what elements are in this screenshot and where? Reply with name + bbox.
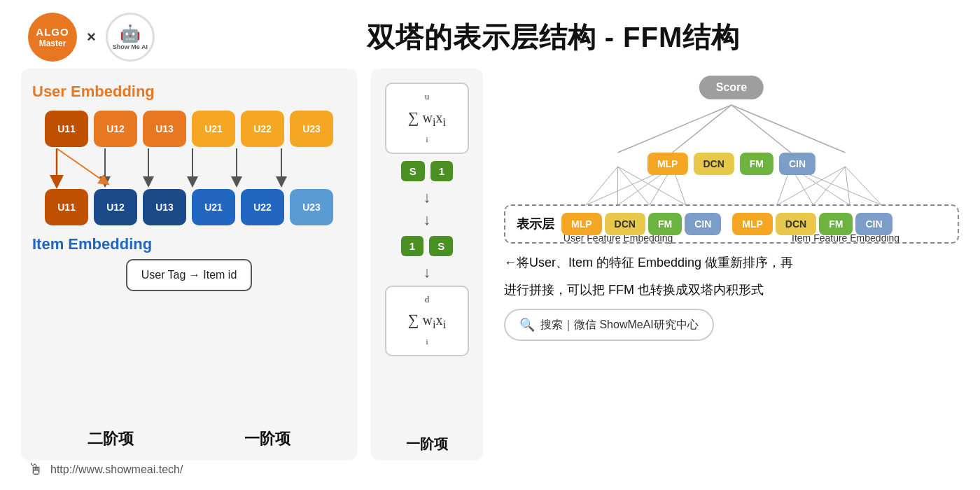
emb-u23-top: U23: [290, 111, 333, 147]
svg-line-12: [732, 105, 791, 153]
right-panel: Score: [497, 69, 959, 461]
green-1-top: 1: [430, 161, 453, 181]
desc-line-2: 进行拼接，可以把 FFM 也转换成双塔内积形式: [504, 279, 959, 301]
page-title: 双塔的表示层结构 - FFM结构: [155, 18, 952, 57]
footer-url: http://www.showmeai.tech/: [50, 463, 183, 476]
mid-arrow-3: ↓: [424, 263, 431, 281]
emb-u12-top: U12: [94, 111, 137, 147]
biaoshi-cin-left: CIN: [685, 213, 721, 235]
biaoshi-fm-left: FM: [648, 213, 682, 235]
svg-line-16: [618, 167, 650, 205]
top-layer-row: MLP DCN FM CIN: [648, 153, 816, 175]
top-cin: CIN: [779, 153, 816, 175]
biaoshi-groups: MLP DCN FM CIN MLP DCN FM CIN: [561, 213, 946, 235]
logo-area: ALGO Master × 🤖 Show Me AI: [28, 13, 155, 62]
search-bar[interactable]: 🔍 搜索｜微信 ShowMeAI研究中心: [504, 309, 714, 341]
emb-u12-bot: U12: [94, 189, 137, 225]
svg-line-11: [673, 105, 732, 153]
biaoshi-section: 表示层 MLP DCN FM CIN MLP DCN: [504, 204, 959, 244]
svg-line-28: [846, 167, 850, 205]
mid-arrow-2: ↓: [424, 211, 431, 229]
search-text: 搜索｜微信 ShowMeAI研究中心: [540, 318, 699, 332]
user-embedding-label: User Embedding: [32, 83, 346, 101]
svg-line-13: [732, 105, 846, 153]
bottom-labels: 二阶项 一阶项: [32, 297, 346, 449]
svg-line-29: [846, 167, 882, 205]
emb-u13-top: U13: [143, 111, 186, 147]
emb-u21-top: U21: [192, 111, 235, 147]
footer: 🖱 http://www.showmeai.tech/: [28, 461, 183, 479]
top-embedding-row: U11 U12 U13 U21 U22 U23: [32, 111, 346, 147]
biaoshi-cin-right: CIN: [855, 213, 892, 235]
sigma-top-box: u ∑ wixi i: [385, 83, 469, 154]
second-order-label: 二阶项: [88, 428, 134, 449]
biaoshi-mlp-right: MLP: [732, 213, 773, 235]
main-content: User Embedding U11 U12 U13 U21 U22 U23: [0, 69, 980, 461]
green-1-bot: 1: [401, 236, 424, 256]
arrows-svg: [32, 147, 346, 189]
robot-icon: 🤖: [120, 24, 141, 43]
svg-line-6: [57, 148, 105, 182]
user-tag-box: User Tag → Item id: [126, 259, 253, 291]
green-s-top: S: [401, 161, 425, 181]
green-row-bottom: 1 S: [401, 236, 453, 256]
svg-line-14: [586, 167, 618, 205]
sigma-top-formula: u ∑ wixi i: [392, 91, 462, 146]
score-node: Score: [699, 76, 764, 99]
svg-line-10: [618, 105, 732, 153]
emb-u22-top: U22: [241, 111, 284, 147]
cursor-icon: 🖱: [28, 461, 43, 479]
top-fm: FM: [740, 153, 774, 175]
emb-u21-bot: U21: [192, 189, 235, 225]
search-icon: 🔍: [519, 317, 535, 332]
x-separator: ×: [87, 28, 96, 46]
item-embedding-label: Item Embedding: [32, 235, 346, 253]
desc-line-1: ←将User、Item 的特征 Embedding 做重新排序，再: [504, 252, 959, 274]
biaoshi-left-group: MLP DCN FM CIN: [561, 213, 721, 235]
showmeai-logo: 🤖 Show Me AI: [106, 13, 155, 62]
biaoshi-dcn-right: DCN: [776, 213, 816, 235]
green-s-bot: S: [429, 236, 453, 256]
top-dcn: DCN: [693, 153, 734, 175]
biaoshi-right-group: MLP DCN FM CIN: [732, 213, 892, 235]
nn-diagram: Score: [504, 76, 959, 230]
green-row-top: S 1: [401, 161, 453, 181]
biaoshi-mlp-left: MLP: [561, 213, 602, 235]
emb-u11-bot: U11: [45, 189, 88, 225]
emb-u22-bot: U22: [241, 189, 284, 225]
biaoshi-container: 表示层 MLP DCN FM CIN MLP DCN: [504, 200, 959, 248]
sigma-bot-formula: d ∑ wixi i: [392, 294, 462, 349]
algo-master-logo: ALGO Master: [28, 13, 77, 62]
mid-arrow-1: ↓: [424, 188, 431, 206]
mid-bottom-label: 一阶项: [406, 435, 448, 454]
biaoshi-dcn-left: DCN: [605, 213, 645, 235]
biaoshi-fm-right: FM: [819, 213, 853, 235]
top-mlp: MLP: [648, 153, 688, 175]
emb-u13-bot: U13: [143, 189, 186, 225]
emb-u23-bot: U23: [290, 189, 333, 225]
bottom-embedding-row: U11 U12 U13 U21 U22 U23: [32, 189, 346, 225]
first-order-label: 一阶项: [244, 428, 290, 449]
middle-panel: u ∑ wixi i S 1 ↓ ↓ 1 S ↓ d ∑ wixi i: [371, 69, 483, 461]
emb-u11-top: U11: [45, 111, 88, 147]
header: ALGO Master × 🤖 Show Me AI 双塔的表示层结构 - FF…: [0, 0, 980, 69]
biaoshi-label: 表示层: [517, 216, 554, 232]
svg-line-27: [813, 167, 846, 205]
sigma-bottom-box: d ∑ wixi i: [385, 286, 469, 357]
left-panel: User Embedding U11 U12 U13 U21 U22 U23: [21, 69, 357, 461]
